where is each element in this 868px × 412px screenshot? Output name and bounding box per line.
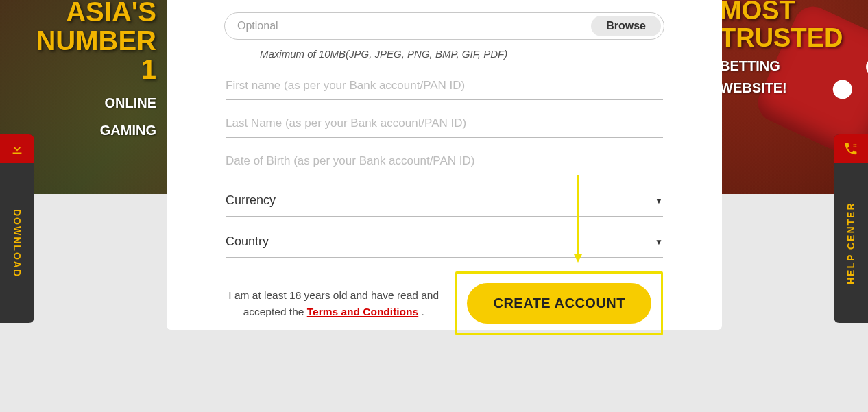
dob-field[interactable]	[226, 147, 663, 175]
registration-form-card: Browse Maximum of 10MB(JPG, JPEG, PNG, B…	[167, 0, 722, 330]
file-helper-text: Maximum of 10MB(JPG, JPEG, PNG, BMP, GIF…	[260, 48, 688, 60]
currency-select[interactable]: Currency ▼	[226, 185, 663, 217]
phone-icon	[834, 134, 868, 163]
create-account-button[interactable]: CREATE ACCOUNT	[467, 283, 651, 324]
country-select-label: Country	[226, 234, 269, 249]
last-name-field[interactable]	[226, 110, 663, 138]
banner-left-sub1: ONLINE	[33, 95, 156, 111]
banner-left-text: ASIA'S NUMBER 1 ONLINE GAMING	[33, 0, 156, 138]
consent-row: I am at least 18 years old and have read…	[226, 271, 663, 335]
file-upload-row: Browse	[224, 12, 664, 40]
chevron-down-icon: ▼	[655, 196, 663, 206]
banner-right-text: MOST TRUSTED BETTING WEBSITE!	[720, 0, 850, 96]
svg-point-3	[855, 145, 856, 147]
svg-point-0	[854, 144, 855, 145]
consent-text: I am at least 18 years old and have read…	[226, 287, 442, 319]
browse-button[interactable]: Browse	[591, 16, 661, 36]
help-center-side-tab-label: HELP CENTER	[845, 163, 856, 323]
download-side-tab[interactable]: DOWNLOAD	[0, 134, 34, 323]
banner-right-line2: TRUSTED	[720, 25, 850, 52]
chevron-down-icon: ▼	[655, 237, 663, 247]
first-name-field[interactable]	[226, 72, 663, 100]
banner-left-line1: ASIA'S	[33, 0, 156, 26]
create-account-highlight: CREATE ACCOUNT	[455, 271, 663, 335]
banner-left-sub2: GAMING	[33, 122, 156, 138]
banner-right-line1: MOST	[720, 0, 850, 25]
help-center-side-tab[interactable]: HELP CENTER	[834, 134, 868, 323]
svg-point-1	[855, 144, 856, 145]
currency-select-label: Currency	[226, 193, 276, 208]
svg-point-2	[854, 145, 855, 147]
consent-suffix: .	[418, 306, 424, 317]
banner-right-sub1: BETTING	[720, 58, 850, 74]
banner-right-sub2: WEBSITE!	[720, 80, 850, 96]
banner-left-line2: NUMBER	[33, 26, 156, 55]
file-upload-input[interactable]	[237, 20, 584, 32]
terms-and-conditions-link[interactable]: Terms and Conditions	[307, 306, 418, 317]
download-icon	[0, 134, 34, 163]
banner-left-line3: 1	[33, 55, 156, 84]
download-side-tab-label: DOWNLOAD	[12, 163, 23, 323]
country-select[interactable]: Country ▼	[226, 226, 663, 258]
